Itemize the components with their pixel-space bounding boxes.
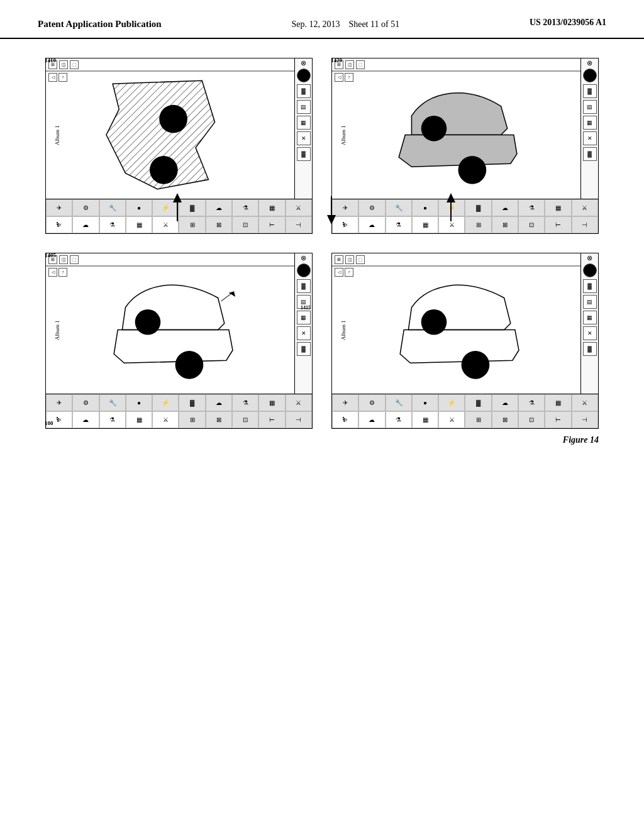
icbr-6[interactable]: ▓: [465, 394, 491, 411]
icbr-1[interactable]: ✈: [332, 394, 358, 411]
toolbar-dot-1405[interactable]: [297, 263, 311, 277]
ic18[interactable]: ⊡: [232, 216, 258, 233]
tb1405-5[interactable]: ▓: [297, 342, 311, 356]
nav-icon-2[interactable]: ◫: [59, 60, 68, 69]
tb1[interactable]: ▓: [297, 84, 311, 98]
icbr-8[interactable]: ⚗: [518, 394, 545, 411]
icbr-12[interactable]: ☁: [358, 411, 385, 428]
ic12[interactable]: ☁: [72, 216, 99, 233]
ic1420-8[interactable]: ⚗: [518, 199, 545, 216]
ic1420-6[interactable]: ▓: [465, 199, 491, 216]
ic17[interactable]: ⊠: [206, 216, 232, 233]
ic1405-6[interactable]: ▓: [179, 394, 205, 411]
nav-icon-br-1[interactable]: ⊞: [335, 255, 343, 264]
ic1420-18[interactable]: ⊡: [518, 216, 545, 233]
icbr-11[interactable]: ⛷: [332, 411, 358, 428]
nav-icon-1420-2[interactable]: ◫: [345, 60, 354, 69]
icbr-9[interactable]: ▦: [545, 394, 571, 411]
icbr-14[interactable]: ▦: [412, 411, 438, 428]
tb1420-2[interactable]: ▤: [583, 100, 597, 114]
ic10[interactable]: ⚔: [286, 199, 312, 216]
tb1420-1[interactable]: ▓: [583, 84, 597, 98]
ic1420-4[interactable]: ●: [412, 199, 438, 216]
ic2[interactable]: ⚙: [72, 199, 99, 216]
icbr-13[interactable]: ⚗: [386, 411, 412, 428]
ic1405-13[interactable]: ⚗: [99, 411, 126, 428]
nav-icon-br-3[interactable]: ⬚: [356, 255, 365, 264]
icbr-16[interactable]: ⊞: [465, 411, 491, 428]
ic1405-18[interactable]: ⊡: [232, 411, 258, 428]
tb1420-5[interactable]: ▓: [583, 147, 597, 161]
nav-icon-1405-2[interactable]: ◫: [59, 255, 68, 264]
ic1405-7[interactable]: ☁: [206, 394, 232, 411]
nav-icon-1405-3[interactable]: ⬚: [70, 255, 79, 264]
ic1405-4[interactable]: ●: [126, 394, 152, 411]
icbr-18[interactable]: ⊡: [518, 411, 545, 428]
tb3[interactable]: ▦: [297, 116, 311, 130]
icbr-4[interactable]: ●: [412, 394, 438, 411]
ic1405-10[interactable]: ⚔: [286, 394, 312, 411]
ic1405-5[interactable]: ⚡: [152, 394, 179, 411]
ic1405-8[interactable]: ⚗: [232, 394, 258, 411]
ic1405-20[interactable]: ⊣: [286, 411, 312, 428]
ic1420-14[interactable]: ▦: [412, 216, 438, 233]
ic1405-15[interactable]: ⚔: [152, 411, 179, 428]
ic8[interactable]: ⚗: [232, 199, 258, 216]
tbbr-4[interactable]: ✕: [583, 326, 597, 340]
ic6[interactable]: ▓: [179, 199, 205, 216]
nav-icon-br-2[interactable]: ◫: [345, 255, 354, 264]
ic1420-16[interactable]: ⊞: [465, 216, 491, 233]
icbr-2[interactable]: ⚙: [358, 394, 385, 411]
tb4[interactable]: ✕: [297, 131, 311, 145]
ic1405-2[interactable]: ⚙: [72, 394, 99, 411]
icbr-17[interactable]: ⊠: [492, 411, 518, 428]
icbr-5[interactable]: ⚡: [438, 394, 465, 411]
ic1[interactable]: ✈: [46, 199, 72, 216]
ic1405-12[interactable]: ☁: [72, 411, 99, 428]
ic1420-9[interactable]: ▦: [545, 199, 571, 216]
tbbr-1[interactable]: ▓: [583, 279, 597, 293]
ic1420-11[interactable]: ⛷: [332, 216, 358, 233]
ic1420-15[interactable]: ⚔: [438, 216, 465, 233]
ic1420-17[interactable]: ⊠: [492, 216, 518, 233]
ic1420-12[interactable]: ☁: [358, 216, 385, 233]
ic1420-13[interactable]: ⚗: [386, 216, 412, 233]
ic1405-16[interactable]: ⊞: [179, 411, 205, 428]
icbr-3[interactable]: 🔧: [386, 394, 412, 411]
icbr-10[interactable]: ⚔: [572, 394, 598, 411]
ic1405-17[interactable]: ⊠: [206, 411, 232, 428]
ic5[interactable]: ⚡: [152, 199, 179, 216]
ic1420-2[interactable]: ⚙: [358, 199, 385, 216]
ic1420-1[interactable]: ✈: [332, 199, 358, 216]
icbr-7[interactable]: ☁: [492, 394, 518, 411]
ic1405-1[interactable]: ✈: [46, 394, 72, 411]
ic4[interactable]: ●: [126, 199, 152, 216]
ic1405-14[interactable]: ▦: [126, 411, 152, 428]
ic7[interactable]: ☁: [206, 199, 232, 216]
tbbr-3[interactable]: ▦: [583, 311, 597, 324]
tbbr-2[interactable]: ▤: [583, 295, 597, 309]
ic1420-3[interactable]: 🔧: [386, 199, 412, 216]
ic1405-9[interactable]: ▦: [258, 394, 285, 411]
ic11[interactable]: ⛷: [46, 216, 72, 233]
tb1405-3[interactable]: ▦: [297, 311, 311, 324]
icbr-15[interactable]: ⚔: [438, 411, 465, 428]
ic3[interactable]: 🔧: [99, 199, 126, 216]
tb2[interactable]: ▤: [297, 100, 311, 114]
ic1420-5[interactable]: ⚡: [438, 199, 465, 216]
tb5[interactable]: ▓: [297, 147, 311, 161]
ic14[interactable]: ▦: [126, 216, 152, 233]
ic1405-3[interactable]: 🔧: [99, 394, 126, 411]
tb1405-4[interactable]: ✕: [297, 326, 311, 340]
ic9[interactable]: ▦: [258, 199, 285, 216]
ic20[interactable]: ⊣: [286, 216, 312, 233]
toolbar-dot-1410[interactable]: [297, 69, 311, 82]
icbr-20[interactable]: ⊣: [572, 411, 598, 428]
nav-icon-1420-3[interactable]: ⬚: [356, 60, 365, 69]
tbbr-5[interactable]: ▓: [583, 342, 597, 356]
ic1420-10[interactable]: ⚔: [572, 199, 598, 216]
ic1420-7[interactable]: ☁: [492, 199, 518, 216]
icbr-19[interactable]: ⊢: [545, 411, 571, 428]
tb1420-3[interactable]: ▦: [583, 116, 597, 130]
toolbar-dot-br[interactable]: [583, 263, 597, 277]
